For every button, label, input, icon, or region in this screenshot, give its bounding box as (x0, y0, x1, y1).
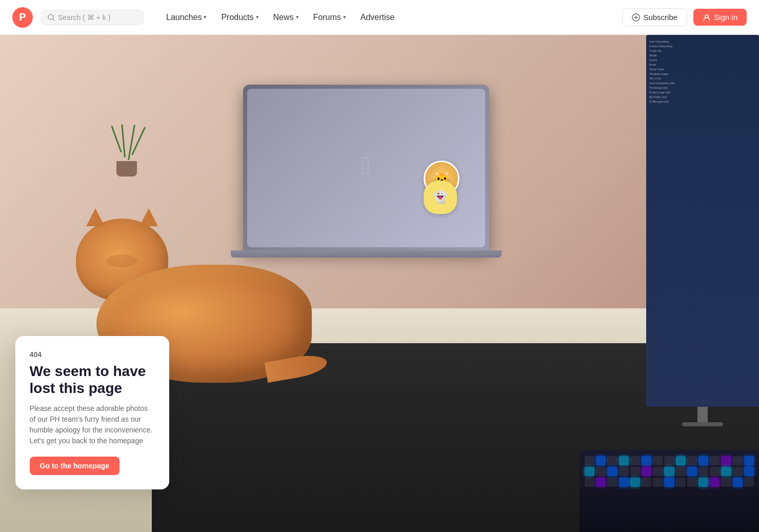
subscribe-icon (632, 13, 640, 22)
key (664, 467, 674, 476)
key (676, 456, 686, 465)
monitor-line: Create Set (649, 49, 756, 53)
key (596, 467, 606, 476)
key (653, 478, 663, 487)
key (619, 456, 629, 465)
subscribe-label: Subscribe (643, 13, 677, 22)
key (744, 456, 754, 465)
nav-item-news[interactable]: News ▾ (267, 9, 305, 26)
chevron-down-icon: ▾ (204, 14, 207, 21)
key (607, 467, 617, 476)
key (744, 467, 754, 476)
apple-logo-icon:  (362, 151, 371, 180)
monitor-base (682, 422, 723, 426)
key (607, 456, 617, 465)
error-description: Please accept these adorable photos of o… (30, 403, 155, 446)
navbar: P Search ( ⌘ + k ) Launches ▾ Products ▾… (0, 0, 759, 35)
key (630, 456, 640, 465)
cat-face (107, 254, 137, 267)
key (698, 478, 708, 487)
monitor-line: Product page (old) (649, 90, 756, 94)
key (642, 478, 651, 487)
chevron-down-icon: ▾ (343, 14, 346, 21)
nav-links: Launches ▾ Products ▾ News ▾ Forums ▾ Ad… (160, 9, 618, 26)
monitor-line: Social Cards (649, 67, 756, 71)
cat-ear-right (139, 208, 158, 226)
key (596, 478, 606, 487)
signin-icon (703, 13, 711, 22)
search-placeholder: Search ( ⌘ + k ) (58, 13, 110, 22)
key (687, 478, 697, 487)
keyboard (580, 450, 759, 532)
key (710, 456, 720, 465)
nav-news-label: News (273, 13, 294, 22)
key (664, 456, 674, 465)
go-to-homepage-button[interactable]: Go to the homepage (30, 457, 119, 475)
key (630, 478, 640, 487)
nav-item-advertise[interactable]: Advertise (354, 9, 401, 26)
plant-stems (106, 124, 147, 160)
keyboard-keys (580, 450, 759, 493)
error-code: 404 (30, 350, 155, 359)
key (721, 467, 731, 476)
signin-label: Sign in (714, 13, 737, 22)
cat-tail (264, 352, 328, 383)
nav-launches-label: Launches (166, 13, 202, 22)
logo[interactable]: P (12, 7, 33, 28)
monitor-line: Brand (649, 63, 756, 67)
key (710, 467, 720, 476)
svg-line-1 (53, 19, 54, 21)
key (698, 456, 708, 465)
key (596, 456, 606, 465)
key (642, 467, 651, 476)
monitor-line: Homepage (old) (649, 86, 756, 90)
monitor-line: 404, PH & (649, 76, 756, 81)
ghost-sticker: 👻 (424, 181, 457, 214)
monitor-line: Emails (649, 58, 756, 62)
search-icon (48, 14, 55, 21)
key (721, 478, 731, 487)
key (664, 478, 674, 487)
key (733, 467, 743, 476)
key (721, 456, 731, 465)
nav-forums-label: Forums (313, 13, 341, 22)
key (585, 467, 594, 476)
key (585, 456, 594, 465)
monitor-screen: User Onboarding Product Onboarding Creat… (646, 35, 759, 407)
key (676, 467, 686, 476)
monitor-line: User Onboarding (old) (649, 81, 756, 85)
key (642, 456, 651, 465)
nav-item-products[interactable]: Products ▾ (215, 9, 265, 26)
nav-item-launches[interactable]: Launches ▾ (160, 9, 213, 26)
monitor-stand (697, 407, 708, 422)
error-card: 404 We seem to have lost this page Pleas… (15, 336, 169, 489)
plant-pot (116, 161, 137, 176)
monitor-line: Templates pages (649, 72, 756, 76)
subscribe-button[interactable]: Subscribe (622, 8, 687, 26)
key (585, 478, 594, 487)
key (687, 456, 697, 465)
plant-decoration (106, 124, 147, 176)
nav-item-forums[interactable]: Forums ▾ (307, 9, 352, 26)
monitor: User Onboarding Product Onboarding Creat… (646, 35, 759, 458)
chevron-down-icon: ▾ (256, 14, 259, 21)
key (676, 478, 686, 487)
monitor-content: User Onboarding Product Onboarding Creat… (646, 35, 759, 108)
search-box[interactable]: Search ( ⌘ + k ) (41, 10, 144, 25)
error-title: We seem to have lost this page (30, 363, 155, 397)
plant-stem (128, 125, 135, 160)
chevron-down-icon: ▾ (296, 14, 299, 21)
key (698, 467, 708, 476)
key (710, 478, 720, 487)
key (619, 467, 629, 476)
key (607, 478, 617, 487)
monitor-line: Profile page (old) (649, 100, 756, 104)
key (687, 467, 697, 476)
key (653, 456, 663, 465)
monitor-line: User Onboarding (649, 40, 756, 44)
logo-letter: P (19, 11, 26, 23)
signin-button[interactable]: Sign in (693, 9, 747, 26)
key (619, 478, 629, 487)
nav-right: Subscribe Sign in (622, 8, 747, 26)
cat-ear-left (86, 208, 105, 226)
